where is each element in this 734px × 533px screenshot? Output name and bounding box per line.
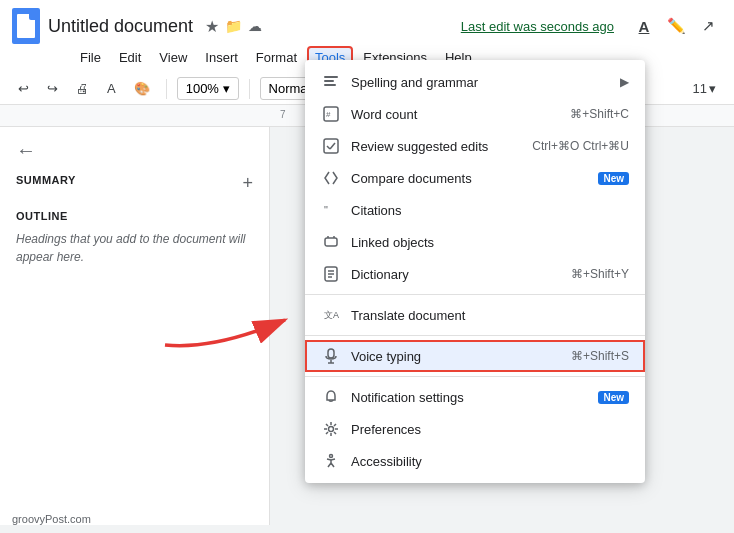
last-edit-text[interactable]: Last edit was seconds ago (461, 19, 614, 34)
preferences-label: Preferences (351, 422, 629, 437)
spelling-icon (321, 74, 341, 90)
undo-btn[interactable]: ↩ (12, 78, 35, 99)
menu-item-voice-typing[interactable]: Voice typing ⌘+Shift+S (305, 340, 645, 372)
svg-rect-3 (324, 84, 336, 86)
title-icons: ★ 📁 ☁ (205, 17, 262, 36)
share-icon[interactable]: ↗ (694, 12, 722, 40)
dictionary-icon (321, 266, 341, 282)
underline-icon[interactable]: A (630, 12, 658, 40)
voice-typing-label: Voice typing (351, 349, 571, 364)
translate-icon: 文A (321, 307, 341, 323)
mic-icon (321, 348, 341, 364)
svg-text:": " (324, 204, 328, 216)
linked-icon (321, 234, 341, 250)
citations-label: Citations (351, 203, 629, 218)
compare-label: Compare documents (351, 171, 590, 186)
svg-rect-16 (328, 349, 334, 358)
redo-btn[interactable]: ↪ (41, 78, 64, 99)
right-toolbar-icons: A ✏️ ↗ (630, 12, 722, 40)
dictionary-label: Dictionary (351, 267, 571, 282)
outline-title: OUTLINE (16, 210, 253, 222)
compare-icon (321, 170, 341, 186)
review-icon (321, 138, 341, 154)
svg-rect-2 (324, 80, 334, 82)
edit-icon[interactable]: ✏️ (662, 12, 690, 40)
menu-item-notifications[interactable]: Notification settings New (305, 381, 645, 413)
menu-format[interactable]: Format (248, 46, 305, 69)
sidebar-back-btn[interactable]: ← (16, 139, 36, 162)
notification-badge: New (598, 391, 629, 404)
citations-icon: " (321, 202, 341, 218)
linked-label: Linked objects (351, 235, 629, 250)
voice-typing-shortcut: ⌘+Shift+S (571, 349, 629, 363)
title-bar: Untitled document ★ 📁 ☁ Last edit was se… (0, 0, 734, 44)
separator-2 (305, 335, 645, 336)
paint-btn[interactable]: 🎨 (128, 78, 156, 99)
menu-view[interactable]: View (151, 46, 195, 69)
menu-item-dictionary[interactable]: Dictionary ⌘+Shift+Y (305, 258, 645, 290)
menu-item-compare[interactable]: Compare documents New (305, 162, 645, 194)
font-size-value: 11 (693, 81, 707, 96)
print-btn[interactable]: 🖨 (70, 78, 95, 99)
svg-point-20 (330, 455, 333, 458)
compare-badge: New (598, 172, 629, 185)
menu-item-preferences[interactable]: Preferences (305, 413, 645, 445)
tools-dropdown: Spelling and grammar ▶ # Word count ⌘+Sh… (305, 60, 645, 483)
svg-rect-6 (324, 139, 338, 153)
menu-insert[interactable]: Insert (197, 46, 246, 69)
separator-3 (305, 376, 645, 377)
summary-title: SUMMARY (16, 174, 76, 186)
svg-line-8 (330, 143, 335, 149)
spelling-arrow: ▶ (620, 75, 629, 89)
word-count-icon: # (321, 106, 341, 122)
outline-hint-text: Headings that you add to the document wi… (16, 230, 253, 266)
notification-label: Notification settings (351, 390, 590, 405)
menu-item-review[interactable]: Review suggested edits Ctrl+⌘O Ctrl+⌘U (305, 130, 645, 162)
doc-icon (12, 8, 40, 44)
sidebar: ← SUMMARY + OUTLINE Headings that you ad… (0, 127, 270, 525)
word-count-label: Word count (351, 107, 570, 122)
menu-file[interactable]: File (72, 46, 109, 69)
separator-1 (305, 294, 645, 295)
accessibility-icon (321, 453, 341, 469)
menu-item-word-count[interactable]: # Word count ⌘+Shift+C (305, 98, 645, 130)
separator-1 (166, 79, 167, 99)
right-toolbar: 11 ▾ (687, 78, 722, 99)
svg-rect-10 (325, 238, 337, 246)
svg-text:#: # (326, 110, 331, 119)
menu-item-citations[interactable]: " Citations (305, 194, 645, 226)
document-title[interactable]: Untitled document (48, 16, 193, 37)
review-shortcut: Ctrl+⌘O Ctrl+⌘U (532, 139, 629, 153)
font-size-control[interactable]: 11 ▾ (687, 78, 722, 99)
svg-rect-1 (324, 76, 338, 78)
menu-edit[interactable]: Edit (111, 46, 149, 69)
svg-text:文A: 文A (324, 310, 339, 320)
menu-item-accessibility[interactable]: Accessibility (305, 445, 645, 477)
svg-point-19 (329, 427, 334, 432)
star-icon[interactable]: ★ (205, 17, 219, 36)
menu-item-translate[interactable]: 文A Translate document (305, 299, 645, 331)
zoom-control[interactable]: 100% ▾ (177, 77, 239, 100)
dictionary-shortcut: ⌘+Shift+Y (571, 267, 629, 281)
spelling-label: Spelling and grammar (351, 75, 620, 90)
folder-icon[interactable]: 📁 (225, 18, 242, 34)
menu-item-spelling[interactable]: Spelling and grammar ▶ (305, 66, 645, 98)
word-count-shortcut: ⌘+Shift+C (570, 107, 629, 121)
preferences-icon (321, 421, 341, 437)
bell-icon (321, 389, 341, 405)
translate-label: Translate document (351, 308, 629, 323)
watermark: groovyPost.com (12, 513, 91, 525)
spell-check-btn[interactable]: A (101, 78, 122, 99)
menu-item-linked[interactable]: Linked objects (305, 226, 645, 258)
accessibility-label: Accessibility (351, 454, 629, 469)
summary-add-btn[interactable]: + (242, 173, 253, 194)
separator-2 (249, 79, 250, 99)
review-label: Review suggested edits (351, 139, 532, 154)
cloud-icon[interactable]: ☁ (248, 18, 262, 34)
